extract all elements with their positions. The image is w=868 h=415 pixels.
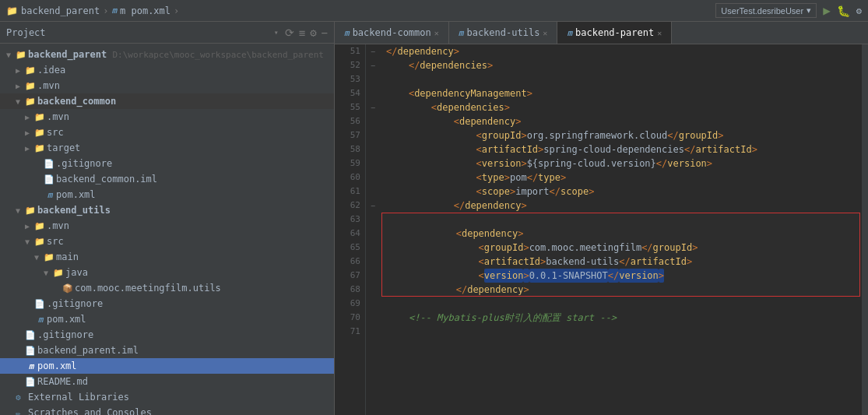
sidebar-item-scratches[interactable]: ✏ Scratches and Consoles	[0, 405, 334, 415]
run-config-dropdown[interactable]: UserTest.desribeUser ▾	[715, 3, 817, 18]
sidebar-item-pom-root[interactable]: m pom.xml	[0, 358, 334, 374]
project-dropdown-icon[interactable]: ▾	[274, 28, 279, 37]
sidebar-item-mvn2[interactable]: ▶ 📁 .mvn	[0, 109, 334, 125]
run-button[interactable]: ▶	[823, 3, 831, 18]
gutter-65	[366, 241, 380, 255]
sync-icon[interactable]: ⟳	[285, 26, 294, 39]
label-pom1: pom.xml	[56, 189, 96, 200]
minimize-icon[interactable]: −	[322, 26, 328, 39]
sidebar-item-gitignore2[interactable]: 📄 .gitignore	[0, 296, 334, 311]
ln-58: 58	[335, 142, 360, 157]
code-content: </dependency> </dependencies> <dependenc…	[380, 44, 862, 415]
ln-57: 57	[335, 128, 360, 142]
tab-close-backend-utils[interactable]: ✕	[543, 29, 547, 37]
lib-icon: ⚙	[16, 392, 28, 403]
sidebar-item-idea[interactable]: ▶ 📁 .idea	[0, 62, 334, 78]
label-gitignore3: .gitignore	[37, 329, 93, 340]
label-pom-root: pom.xml	[37, 360, 77, 371]
code-line-51: </dependency>	[380, 44, 862, 58]
collapse-icon[interactable]: ≡	[299, 26, 305, 39]
sidebar: Project ▾ ⟳ ≡ ⚙ − ▼ 📁 backend_parent D:\…	[0, 22, 335, 415]
label-backend-utils: backend_utils	[37, 205, 111, 216]
sidebar-item-mvn1[interactable]: ▶ 📁 .mvn	[0, 78, 334, 93]
code-line-55: <dependencies>	[380, 100, 862, 114]
folder-icon-target: 📁	[34, 143, 47, 153]
tab-backend-common[interactable]: m backend-common ✕	[335, 22, 449, 44]
label-src1: src	[47, 127, 64, 138]
tab-backend-utils[interactable]: m backend-utils ✕	[449, 22, 558, 44]
code-line-61: <scope>import</scope>	[380, 185, 862, 199]
sidebar-item-src2[interactable]: ▼ 📁 src	[0, 234, 334, 249]
gutter-63	[366, 213, 380, 227]
label-java: java	[65, 267, 88, 278]
tab-backend-parent[interactable]: m backend-parent ✕	[557, 22, 672, 44]
sidebar-item-target[interactable]: ▶ 📁 target	[0, 140, 334, 156]
label-backend-parent-iml: backend_parent.iml	[37, 345, 139, 356]
gutter-56	[366, 114, 380, 128]
folder-icon-src1: 📁	[34, 128, 47, 138]
tab-icon-backend-utils: m	[459, 28, 464, 38]
code-line-54: <dependencyManagement>	[380, 86, 862, 100]
code-line-63	[381, 213, 860, 227]
tab-close-backend-common[interactable]: ✕	[434, 29, 439, 37]
label-idea: .idea	[37, 65, 65, 76]
ln-51: 51	[335, 44, 360, 58]
label-mvn2: .mvn	[47, 111, 69, 122]
folder-icon-java: 📁	[53, 268, 65, 278]
gutter-70	[366, 311, 380, 325]
label-mvn1: .mvn	[37, 80, 60, 91]
scratch-icon: ✏	[16, 408, 28, 416]
sidebar-item-utils-pkg[interactable]: 📦 com.mooc.meetingfilm.utils	[0, 280, 334, 296]
sidebar-item-backend-common-iml[interactable]: 📄 backend_common.iml	[0, 171, 334, 187]
tab-close-backend-parent[interactable]: ✕	[657, 29, 662, 37]
vertical-scrollbar[interactable]	[862, 44, 868, 415]
arrow-src1: ▶	[25, 128, 34, 137]
fold-55[interactable]: −	[371, 104, 375, 112]
code-line-70: <!-- Mybatis-plus时引入的配置 start -->	[380, 311, 862, 325]
breadcrumb-file: m pom.xml	[120, 5, 170, 16]
fold-51[interactable]: −	[371, 47, 375, 56]
sidebar-item-readme[interactable]: 📄 README.md	[0, 374, 334, 389]
sidebar-item-backend-parent[interactable]: ▼ 📁 backend_parent D:\workapce\mooc_work…	[0, 47, 334, 62]
sidebar-item-pom2[interactable]: m pom.xml	[0, 311, 334, 327]
label-gitignore1: .gitignore	[56, 158, 112, 169]
ln-61: 61	[335, 185, 360, 199]
sidebar-item-external-libs[interactable]: ⚙ External Libraries	[0, 389, 334, 405]
folder-icon-mvn2: 📁	[34, 112, 47, 122]
main-layout: Project ▾ ⟳ ≡ ⚙ − ▼ 📁 backend_parent D:\…	[0, 22, 868, 415]
arrow-src2: ▼	[25, 237, 34, 246]
breadcrumb-m-icon: m	[111, 5, 117, 16]
sidebar-item-mvn3[interactable]: ▶ 📁 .mvn	[0, 218, 334, 234]
code-line-56: <dependency>	[380, 114, 862, 128]
label-target: target	[47, 142, 80, 153]
sidebar-item-pom1[interactable]: m pom.xml	[0, 187, 334, 202]
code-line-60: <type>pom</type>	[380, 171, 862, 185]
folder-icon-mvn1: 📁	[25, 81, 37, 91]
ln-52: 52	[335, 58, 360, 72]
fold-62[interactable]: −	[371, 202, 375, 210]
sidebar-item-src1[interactable]: ▶ 📁 src	[0, 125, 334, 140]
sidebar-item-main[interactable]: ▼ 📁 main	[0, 249, 334, 265]
sidebar-header: Project ▾ ⟳ ≡ ⚙ −	[0, 22, 334, 44]
tab-label-backend-common: backend-common	[353, 27, 431, 38]
fold-52[interactable]: −	[371, 62, 375, 70]
breadcrumb-sep2: ›	[174, 5, 179, 16]
sidebar-item-java[interactable]: ▼ 📁 java	[0, 265, 334, 280]
sidebar-item-gitignore3[interactable]: 📄 .gitignore	[0, 327, 334, 343]
settings-icon[interactable]: ⚙	[856, 5, 862, 16]
md-icon: 📄	[25, 377, 37, 387]
gear-icon[interactable]: ⚙	[310, 26, 316, 39]
gutter-54	[366, 86, 380, 100]
debug-button[interactable]: 🐛	[837, 5, 850, 17]
ln-68: 68	[335, 283, 360, 297]
arrow-target: ▶	[25, 144, 34, 153]
label-scratches: Scratches and Consoles	[28, 407, 152, 415]
sidebar-item-backend-common[interactable]: ▼ 📁 backend_common	[0, 93, 334, 109]
sidebar-item-backend-parent-iml[interactable]: 📄 backend_parent.iml	[0, 343, 334, 358]
project-tree: ▼ 📁 backend_parent D:\workapce\mooc_work…	[0, 44, 334, 415]
sidebar-item-backend-utils[interactable]: ▼ 📁 backend_utils	[0, 202, 334, 218]
run-config-label: UserTest.desribeUser	[721, 6, 803, 16]
sidebar-item-gitignore1[interactable]: 📄 .gitignore	[0, 156, 334, 171]
arrow-backend-common: ▼	[16, 97, 25, 106]
code-line-52: </dependencies>	[380, 58, 862, 72]
